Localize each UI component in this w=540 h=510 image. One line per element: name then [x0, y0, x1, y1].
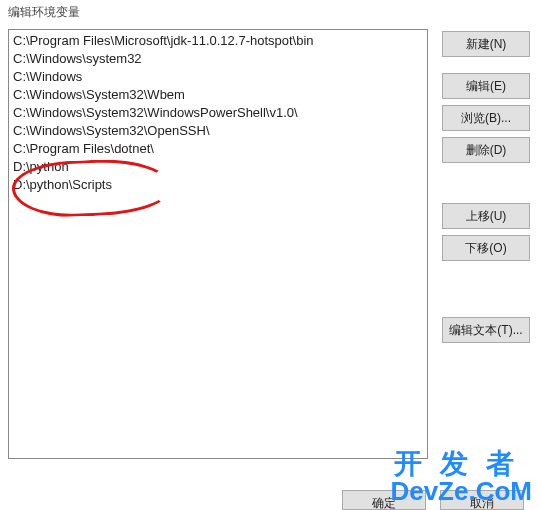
bottom-button-row: 确定 取消 [0, 480, 540, 510]
list-item[interactable]: D:\python [13, 158, 423, 176]
edit-button[interactable]: 编辑(E) [442, 73, 530, 99]
list-item[interactable]: D:\python\Scripts [13, 176, 423, 194]
list-item[interactable]: C:\Windows [13, 68, 423, 86]
dialog-title: 编辑环境变量 [0, 0, 540, 29]
move-up-button[interactable]: 上移(U) [442, 203, 530, 229]
edit-text-button[interactable]: 编辑文本(T)... [442, 317, 530, 343]
delete-button[interactable]: 删除(D) [442, 137, 530, 163]
list-item[interactable]: C:\Windows\System32\OpenSSH\ [13, 122, 423, 140]
list-item[interactable]: C:\Windows\System32\WindowsPowerShell\v1… [13, 104, 423, 122]
ok-button[interactable]: 确定 [342, 490, 426, 510]
content-area: C:\Program Files\Microsoft\jdk-11.0.12.7… [0, 29, 540, 459]
list-item[interactable]: C:\Windows\system32 [13, 50, 423, 68]
cancel-button[interactable]: 取消 [440, 490, 524, 510]
new-button[interactable]: 新建(N) [442, 31, 530, 57]
list-item[interactable]: C:\Windows\System32\Wbem [13, 86, 423, 104]
list-item[interactable]: C:\Program Files\dotnet\ [13, 140, 423, 158]
move-down-button[interactable]: 下移(O) [442, 235, 530, 261]
button-column: 新建(N) 编辑(E) 浏览(B)... 删除(D) 上移(U) 下移(O) 编… [442, 29, 532, 459]
list-item[interactable]: C:\Program Files\Microsoft\jdk-11.0.12.7… [13, 32, 423, 50]
browse-button[interactable]: 浏览(B)... [442, 105, 530, 131]
path-listbox[interactable]: C:\Program Files\Microsoft\jdk-11.0.12.7… [8, 29, 428, 459]
